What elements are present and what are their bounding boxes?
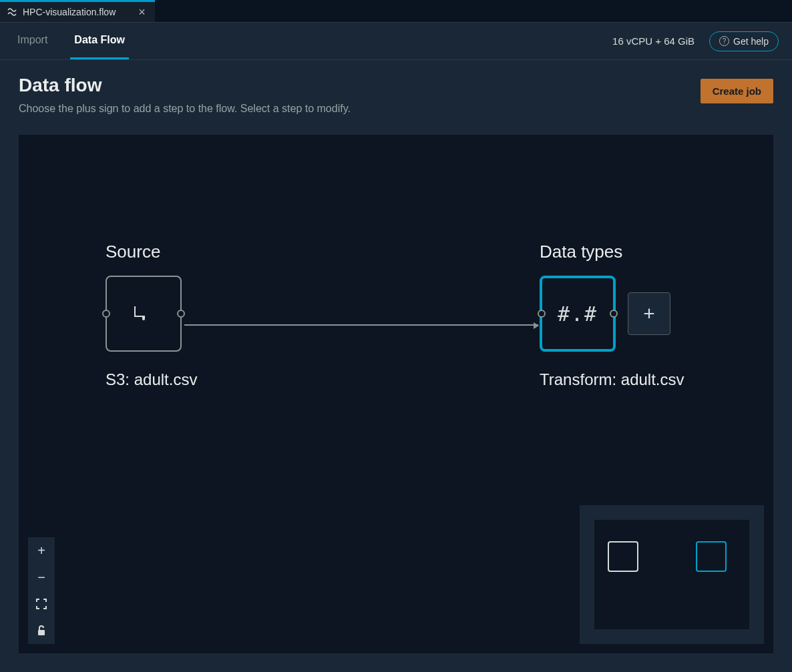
flow-node-data-types: Data types #.# + Transform: adult.csv xyxy=(540,242,684,389)
add-step-button[interactable]: + xyxy=(628,292,670,335)
node-heading-data-types: Data types xyxy=(540,242,684,262)
source-node-caption: S3: adult.csv xyxy=(106,370,197,389)
page-header: Data flow Choose the plus sign to add a … xyxy=(0,60,792,123)
document-icon xyxy=(142,308,145,320)
source-node-box[interactable] xyxy=(106,276,182,352)
zoom-fit-button[interactable] xyxy=(28,591,55,617)
minimap-node-data-types xyxy=(696,541,727,572)
data-types-node-box[interactable]: #.# xyxy=(540,276,616,352)
flow-canvas[interactable]: Source S3: adult.csv Data types xyxy=(19,135,773,653)
node-heading-source: Source xyxy=(106,242,197,262)
file-tab[interactable]: HPC-visualization.flow × xyxy=(0,0,155,22)
minimap-inner xyxy=(594,520,749,629)
tab-group: Import Data Flow xyxy=(13,23,129,59)
create-job-button[interactable]: Create job xyxy=(701,79,773,103)
help-icon: ? xyxy=(719,36,729,46)
page-subtitle: Choose the plus sign to add a step to th… xyxy=(19,103,701,115)
tab-import[interactable]: Import xyxy=(13,23,51,59)
close-tab-icon[interactable]: × xyxy=(138,6,146,18)
port-right[interactable] xyxy=(177,310,185,318)
get-help-button[interactable]: ? Get help xyxy=(709,31,779,51)
flow-file-icon xyxy=(7,7,17,17)
flow-connector xyxy=(184,324,538,326)
hash-icon: #.# xyxy=(558,302,598,326)
file-tab-name: HPC-visualization.flow xyxy=(23,7,116,17)
page-title: Data flow xyxy=(19,75,701,96)
zoom-in-button[interactable]: + xyxy=(28,537,55,564)
data-types-node-caption: Transform: adult.csv xyxy=(540,370,684,389)
port-left[interactable] xyxy=(538,310,546,318)
help-button-label: Get help xyxy=(733,36,769,47)
canvas-wrap: Source S3: adult.csv Data types xyxy=(0,123,792,672)
minimap-node-source xyxy=(608,541,638,572)
resource-label: 16 vCPU + 64 GiB xyxy=(612,35,695,47)
minimap[interactable] xyxy=(580,505,764,644)
zoom-controls: + − xyxy=(28,537,55,644)
file-tab-bar: HPC-visualization.flow × xyxy=(0,0,792,23)
plus-icon: + xyxy=(643,302,655,325)
port-left[interactable] xyxy=(102,310,110,318)
fullscreen-icon xyxy=(36,599,47,609)
port-right[interactable] xyxy=(610,310,618,318)
zoom-out-button[interactable]: − xyxy=(28,564,55,591)
svg-rect-0 xyxy=(38,630,45,635)
zoom-lock-button[interactable] xyxy=(28,617,55,644)
flow-node-source: Source S3: adult.csv xyxy=(106,242,197,389)
tool-bar: Import Data Flow 16 vCPU + 64 GiB ? Get … xyxy=(0,23,792,60)
tab-data-flow[interactable]: Data Flow xyxy=(70,23,129,59)
lock-icon xyxy=(37,625,46,636)
